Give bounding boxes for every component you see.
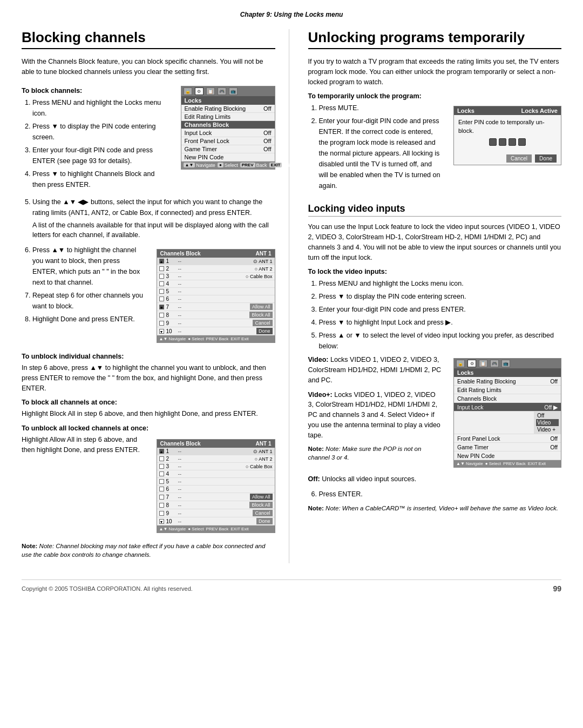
lock-step-4: Press ▼ to highlight Input Lock and pres…: [319, 317, 562, 328]
ch-check-3: [159, 274, 164, 279]
page-footer: Copyright © 2005 TOSHIBA CORPORATION. Al…: [22, 579, 561, 593]
channels-nav-2: ▲▼ Navigate● SelectPREV BackEXIT Exit: [157, 525, 275, 532]
lock-step-5: Press ▲ or ▼ to select the level of vide…: [319, 330, 562, 352]
ch-check-2: [159, 266, 164, 271]
menu-row-front-panel: Front Panel LockOff: [181, 137, 275, 145]
block-steps-6-7-8-9: Press ▲▼ to highlight the channel you wa…: [32, 245, 146, 325]
ch-row-2: 2-- ○ ANT 2: [157, 265, 275, 273]
ch-row-5: 5--: [157, 288, 275, 295]
block-steps-list: Press MENU and highlight the Locks menu …: [32, 97, 165, 190]
note-pop: Note: Note: Make sure the POP is not on …: [308, 444, 443, 462]
ch2-check-5: [159, 479, 164, 484]
locking-video-intro: You can use the Input Lock feature to lo…: [308, 222, 562, 262]
lock-step-2: Press ▼ to display the PIN code entering…: [319, 291, 562, 302]
ch2-row-2: 2-- ○ ANT 2: [157, 455, 275, 463]
lock-active-header: Locks Locks Active: [454, 106, 561, 115]
ch2-check-2: [159, 456, 164, 461]
cancel-btn[interactable]: Cancel: [506, 154, 532, 163]
ch-check-6: [159, 296, 164, 301]
videoplus-desc: Video+: Locks VIDEO 1, VIDEO 2, VIDEO 3,…: [308, 390, 443, 441]
locks-menu-title: Locks: [181, 96, 275, 105]
ch2-check-10: ▼: [159, 519, 164, 524]
unlock-steps-list: Press MUTE. Enter your four-digit PIN co…: [319, 103, 443, 191]
r-menu-channels-block: Channels Block: [454, 394, 561, 403]
right-column: Unlocking programs temporarily If you tr…: [306, 29, 562, 563]
block-steps-continued: Using the ▲▼ ◀▶ buttons, select the inpu…: [32, 197, 275, 218]
menu-icon-5: 📺: [229, 87, 238, 95]
lock-active-box: Locks Locks Active Enter PIN code to tem…: [453, 106, 561, 165]
channels-header-2: Channels BlockANT 1: [157, 440, 275, 448]
ch2-check-8: [159, 503, 164, 508]
block-channels-section: To block channels: Press MENU and highli…: [22, 82, 275, 192]
ch2-check-1: ▲: [159, 449, 164, 454]
ch-row-9: 9-- Cancel: [157, 319, 275, 327]
ch2-row-6: 6--: [157, 486, 275, 493]
video-desc: Video: Locks VIDEO 1, VIDEO 2, VIDEO 3, …: [308, 355, 443, 385]
r-menu-icon-2: ⚙: [467, 360, 476, 367]
menu-row-channels-block: Channels Block: [181, 121, 275, 129]
r-menu-icon-1: 🔒: [456, 360, 465, 367]
unlocking-title: Unlocking programs temporarily: [308, 29, 562, 49]
lock-step-1: Press MENU and highlight the Locks menu …: [319, 278, 562, 289]
step-4: Press ▼ to highlight Channels Block and …: [32, 168, 165, 190]
ch-row-6: 6--: [157, 295, 275, 303]
lock-step-3: Enter your four-digit PIN code and press…: [319, 304, 562, 315]
ch-row-7: ■ 7-- Allow All: [157, 303, 275, 311]
r-menu-edit-rating: Edit Rating Limits: [454, 386, 561, 394]
ch2-check-3: [159, 464, 164, 469]
channels-nav-1: ▲▼ Navigate● SelectPREV BackEXIT Exit: [157, 335, 275, 342]
step-8: Highlight Done and press ENTER.: [32, 314, 146, 325]
menu-row-new-pin: New PIN Code: [181, 153, 275, 161]
right-locks-menu: 🔒 ⚙ 📋 🎮 📺 Locks Enable Rating BlockingOf…: [453, 358, 561, 468]
menu-row-edit-rating: Edit Rating Limits: [181, 113, 275, 121]
copyright-text: Copyright © 2005 TOSHIBA CORPORATION. Al…: [22, 585, 193, 592]
unlock-step-2: Enter your four-digit PIN code and press…: [319, 116, 443, 191]
ch2-check-9: [159, 511, 164, 516]
lock-steps-list: Press MENU and highlight the Locks menu …: [319, 278, 562, 352]
step-1: Press MENU and highlight the Locks menu …: [32, 97, 165, 119]
step-6-enter: Press ENTER.: [319, 489, 562, 500]
blocking-channels-title: Blocking channels: [22, 29, 275, 49]
ch-check-8: [159, 313, 164, 318]
ch2-row-3: 3-- ○ Cable Box: [157, 463, 275, 470]
done-btn[interactable]: Done: [535, 154, 557, 163]
menu-icon-4: 🎮: [218, 87, 226, 95]
step-6: Press ▲▼ to highlight the channel you wa…: [32, 245, 146, 288]
pin-dot-2: [499, 138, 506, 146]
ch2-row-4: 4--: [157, 470, 275, 478]
menu-row-input-lock: Input LockOff: [181, 129, 275, 137]
right-menu-icons: 🔒 ⚙ 📋 🎮 📺: [454, 359, 561, 368]
r-menu-icon-3: 📋: [479, 360, 487, 367]
step6-list: Press ENTER.: [319, 489, 562, 500]
to-unblock-label: To unblock individual channels:: [22, 353, 275, 360]
locking-video-title: Locking video inputs: [308, 203, 562, 217]
ch-check-9: [159, 321, 164, 326]
ch-check-10: ▼: [159, 329, 164, 334]
menu-icons-row: 🔒 ⚙ 📋 🎮 📺: [181, 86, 275, 96]
to-block-label: To block channels:: [22, 87, 165, 95]
ch2-check-4: [159, 471, 164, 476]
step-2: Press ▼ to display the PIN code entering…: [32, 121, 165, 143]
unblock-text: In step 6 above, press ▲▼ to highlight t…: [22, 363, 275, 393]
menu-icon-3: 📋: [206, 87, 215, 95]
menu-icon-1: 🔒: [184, 87, 192, 95]
channels-table-1: Channels BlockANT 1 ▲ 1-- ⊙ ANT 1 2-- ○ …: [157, 249, 275, 343]
step-3: Enter your four-digit PIN code and press…: [32, 145, 165, 166]
step-7: Repeat step 6 for other channels you wan…: [32, 290, 146, 312]
ch-row-8: 8-- Block All: [157, 311, 275, 319]
ch2-row-7: 7-- Allow All: [157, 493, 275, 501]
ch2-row-1: ▲ 1-- ⊙ ANT 1: [157, 448, 275, 455]
r-menu-game-timer: Game TimerOff: [454, 443, 561, 451]
ch-row-1: ▲ 1-- ⊙ ANT 1: [157, 258, 275, 265]
lock-active-buttons: Cancel Done: [454, 152, 561, 165]
ch2-row-5: 5--: [157, 478, 275, 486]
r-menu-icon-4: 🎮: [490, 360, 499, 367]
unlock-step-1: Press MUTE.: [319, 103, 443, 113]
unblock-all-label: To unblock all locked channels at once:: [22, 424, 275, 432]
r-menu-front-panel: Front Panel LockOff: [454, 434, 561, 443]
r-menu-new-pin: New PIN Code: [454, 451, 561, 460]
ch-check-1: ▲: [159, 259, 164, 264]
block-steps-text: To block channels: Press MENU and highli…: [22, 82, 165, 192]
ch-row-10: ▼ 10-- Done: [157, 327, 275, 335]
r-menu-input-lock: Input LockOff ▶: [454, 403, 561, 412]
